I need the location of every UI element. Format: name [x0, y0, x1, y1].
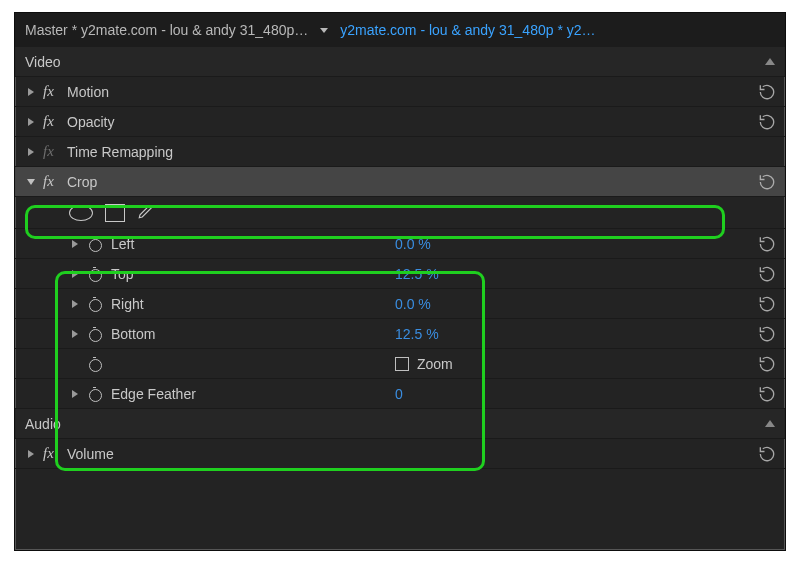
effect-controls-panel: Master * y2mate.com - lou & andy 31_480p…: [14, 12, 786, 551]
param-right[interactable]: Right 0.0 %: [15, 289, 785, 319]
effect-opacity[interactable]: fx Opacity: [15, 107, 785, 137]
effect-motion-label: Motion: [67, 84, 109, 100]
twirl-icon[interactable]: [69, 388, 81, 400]
reset-icon[interactable]: [757, 294, 777, 314]
param-right-value[interactable]: 0.0 %: [395, 296, 431, 312]
param-bottom-value[interactable]: 12.5 %: [395, 326, 439, 342]
master-sequence-label[interactable]: Master * y2mate.com - lou & andy 31_480p…: [25, 22, 308, 38]
param-zoom[interactable]: Zoom: [15, 349, 785, 379]
reset-icon[interactable]: [757, 384, 777, 404]
fx-badge-icon[interactable]: fx: [43, 445, 67, 462]
twirl-icon[interactable]: [25, 86, 37, 98]
param-bottom[interactable]: Bottom 12.5 %: [15, 319, 785, 349]
effect-volume-label: Volume: [67, 446, 114, 462]
param-edge-feather-label: Edge Feather: [111, 386, 196, 402]
reset-icon[interactable]: [757, 82, 777, 102]
param-zoom-label: Zoom: [417, 356, 453, 372]
param-top[interactable]: Top 12.5 %: [15, 259, 785, 289]
zoom-checkbox[interactable]: [395, 357, 409, 371]
stopwatch-icon[interactable]: [87, 356, 103, 372]
param-right-label: Right: [111, 296, 144, 312]
reset-icon[interactable]: [757, 172, 777, 192]
twirl-icon[interactable]: [69, 268, 81, 280]
reset-icon[interactable]: [757, 324, 777, 344]
rectangle-mask-button[interactable]: [105, 204, 125, 222]
breadcrumb: Master * y2mate.com - lou & andy 31_480p…: [15, 13, 785, 47]
effect-volume[interactable]: fx Volume: [15, 439, 785, 469]
param-left-label: Left: [111, 236, 134, 252]
twirl-icon[interactable]: [25, 116, 37, 128]
pen-mask-button[interactable]: [137, 202, 155, 223]
param-bottom-label: Bottom: [111, 326, 155, 342]
param-top-label: Top: [111, 266, 134, 282]
effect-crop-label: Crop: [67, 174, 97, 190]
twirl-icon[interactable]: [69, 328, 81, 340]
twirl-icon[interactable]: [69, 298, 81, 310]
fx-badge-icon[interactable]: fx: [43, 113, 67, 130]
ellipse-mask-button[interactable]: [69, 205, 93, 221]
twirl-icon: [69, 358, 81, 370]
param-left-value[interactable]: 0.0 %: [395, 236, 431, 252]
effect-motion[interactable]: fx Motion: [15, 77, 785, 107]
fx-badge-icon[interactable]: fx: [43, 173, 67, 190]
section-video[interactable]: Video: [15, 47, 785, 77]
reset-icon[interactable]: [757, 354, 777, 374]
effect-opacity-label: Opacity: [67, 114, 114, 130]
stopwatch-icon[interactable]: [87, 386, 103, 402]
collapse-icon[interactable]: [765, 58, 775, 65]
effect-crop[interactable]: fx Crop: [15, 167, 785, 197]
twirl-icon[interactable]: [25, 146, 37, 158]
stopwatch-icon[interactable]: [87, 296, 103, 312]
mask-shapes-row: [15, 197, 785, 229]
stopwatch-icon[interactable]: [87, 236, 103, 252]
fx-badge-icon[interactable]: fx: [43, 83, 67, 100]
stopwatch-icon[interactable]: [87, 266, 103, 282]
twirl-icon[interactable]: [69, 238, 81, 250]
param-left[interactable]: Left 0.0 %: [15, 229, 785, 259]
effects-list: Video fx Motion fx Opacity fx Time: [15, 47, 785, 550]
effect-time-remapping[interactable]: fx Time Remapping: [15, 137, 785, 167]
param-edge-feather[interactable]: Edge Feather 0: [15, 379, 785, 409]
clip-tab-active[interactable]: y2mate.com - lou & andy 31_480p * y2…: [340, 22, 595, 38]
reset-icon[interactable]: [757, 264, 777, 284]
section-audio[interactable]: Audio: [15, 409, 785, 439]
twirl-icon[interactable]: [25, 448, 37, 460]
param-edge-feather-value[interactable]: 0: [395, 386, 403, 402]
reset-icon[interactable]: [757, 234, 777, 254]
section-audio-label: Audio: [25, 416, 61, 432]
stopwatch-icon[interactable]: [87, 326, 103, 342]
reset-icon[interactable]: [757, 112, 777, 132]
reset-icon[interactable]: [757, 444, 777, 464]
effect-time-remapping-label: Time Remapping: [67, 144, 173, 160]
section-video-label: Video: [25, 54, 61, 70]
collapse-icon[interactable]: [765, 420, 775, 427]
sequence-dropdown-icon[interactable]: [320, 28, 328, 33]
twirl-icon[interactable]: [25, 176, 37, 188]
fx-badge-icon[interactable]: fx: [43, 143, 67, 160]
param-top-value[interactable]: 12.5 %: [395, 266, 439, 282]
